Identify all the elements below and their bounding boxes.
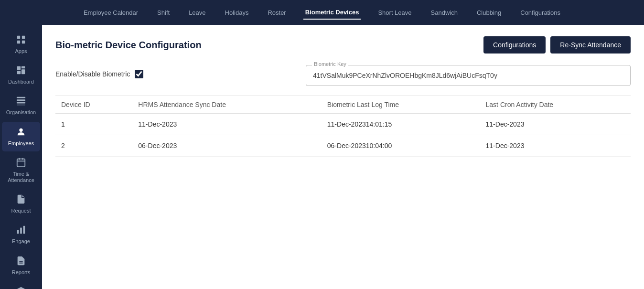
svg-rect-18: [20, 228, 22, 234]
biometric-key-wrapper: Biometric Key 41tVSalMuk9PCeXrNhZlvOROEH…: [306, 65, 631, 86]
table-cell-1: 06-Dec-2023: [132, 135, 322, 157]
main-content: Bio-metric Device Configuration Configur…: [42, 25, 644, 289]
svg-point-12: [19, 128, 22, 131]
svg-rect-4: [17, 66, 21, 70]
col-last-cron: Last Cron Activity Date: [480, 96, 631, 114]
sidebar-item-benefits[interactable]: Benefits: [2, 281, 40, 289]
top-nav-item-employee-calendar[interactable]: Employee Calendar: [82, 6, 140, 19]
sidebar-item-label-apps: Apps: [15, 48, 27, 54]
col-device-id: Device ID: [55, 96, 132, 114]
biometric-key-value: 41tVSalMuk9PCeXrNhZlvOROEHbgKm8JLd6wjAiB…: [313, 72, 497, 79]
top-navigation: Employee CalendarShiftLeaveHolidaysRoste…: [0, 0, 644, 25]
time-attendance-icon: [16, 157, 26, 169]
table-cell-2: 11-Dec-202314:01:15: [322, 114, 480, 135]
enable-disable-section: Enable/Disable Biometric: [55, 65, 143, 78]
svg-rect-2: [17, 41, 20, 43]
page-title: Bio-metric Device Configuration: [55, 40, 202, 51]
device-table: Device ID HRMS Attendance Sync Date Biom…: [55, 96, 631, 157]
enable-disable-checkbox[interactable]: [135, 70, 143, 78]
top-nav-item-biometric-devices[interactable]: Biometric Devices: [303, 6, 361, 20]
sidebar-item-reports[interactable]: Reports: [2, 251, 40, 280]
svg-rect-7: [21, 69, 25, 74]
table-body: 111-Dec-202311-Dec-202314:01:1511-Dec-20…: [55, 114, 631, 157]
svg-rect-1: [22, 36, 25, 39]
table-cell-0: 2: [55, 135, 132, 157]
sidebar-item-apps[interactable]: Apps: [2, 30, 40, 59]
table-row: 206-Dec-202306-Dec-202310:04:0011-Dec-20…: [55, 135, 631, 157]
svg-rect-3: [22, 41, 25, 43]
biometric-key-label: Biometric Key: [312, 61, 348, 67]
engage-icon: [16, 225, 26, 236]
svg-rect-11: [17, 105, 25, 106]
biometric-key-section: Biometric Key 41tVSalMuk9PCeXrNhZlvOROEH…: [306, 65, 631, 86]
sidebar-item-label-time-attendance: Time & Attendance: [4, 171, 38, 183]
table-cell-1: 11-Dec-2023: [132, 114, 322, 135]
request-icon: [16, 194, 26, 206]
top-nav-item-configurations[interactable]: Configurations: [518, 6, 562, 19]
sidebar: AppsDashboardOrganisationEmployeesTime &…: [0, 25, 42, 289]
sidebar-item-time-attendance[interactable]: Time & Attendance: [2, 152, 40, 188]
table-cell-2: 06-Dec-202310:04:00: [322, 135, 480, 157]
svg-rect-19: [23, 226, 25, 234]
sidebar-item-employees[interactable]: Employees: [2, 122, 40, 151]
apps-icon: [16, 34, 26, 46]
employees-icon: [16, 127, 26, 139]
sidebar-item-dashboard[interactable]: Dashboard: [2, 60, 40, 90]
sidebar-item-label-dashboard: Dashboard: [8, 79, 34, 85]
table-cell-0: 1: [55, 114, 132, 135]
organisation-icon: [16, 96, 26, 107]
top-nav-item-shift[interactable]: Shift: [155, 6, 172, 19]
table-header: Device ID HRMS Attendance Sync Date Biom…: [55, 96, 631, 114]
sidebar-item-label-engage: Engage: [12, 238, 30, 245]
sidebar-item-request[interactable]: Request: [2, 189, 40, 219]
top-nav-item-sandwich[interactable]: Sandwich: [429, 6, 460, 19]
svg-rect-8: [17, 97, 25, 98]
svg-rect-6: [17, 71, 21, 74]
top-nav-item-roster[interactable]: Roster: [266, 6, 288, 19]
col-hrms-date: HRMS Attendance Sync Date: [132, 96, 322, 114]
top-nav-item-holidays[interactable]: Holidays: [223, 6, 251, 19]
resync-attendance-button[interactable]: Re-Sync Attendance: [550, 36, 631, 54]
svg-rect-0: [17, 36, 20, 39]
svg-rect-9: [17, 100, 25, 101]
sidebar-item-label-employees: Employees: [8, 140, 34, 147]
table-cell-3: 11-Dec-2023: [480, 135, 631, 157]
sidebar-item-engage[interactable]: Engage: [2, 220, 40, 249]
svg-rect-5: [21, 66, 25, 69]
dashboard-icon: [16, 65, 26, 77]
sidebar-item-label-organisation: Organisation: [6, 109, 36, 116]
benefits-icon: [16, 286, 26, 289]
top-nav-item-leave[interactable]: Leave: [187, 6, 207, 19]
svg-rect-13: [17, 159, 25, 167]
header-buttons: Configurations Re-Sync Attendance: [483, 36, 631, 54]
top-nav-item-short-leave[interactable]: Short Leave: [376, 6, 413, 19]
enable-disable-label: Enable/Disable Biometric: [55, 70, 130, 78]
table-cell-3: 11-Dec-2023: [480, 114, 631, 135]
top-nav-item-clubbing[interactable]: Clubbing: [475, 6, 503, 19]
sidebar-item-label-reports: Reports: [12, 269, 31, 276]
sidebar-item-label-request: Request: [11, 208, 31, 214]
table-header-row: Device ID HRMS Attendance Sync Date Biom…: [55, 96, 631, 114]
col-last-log: Biometric Last Log Time: [322, 96, 480, 114]
svg-rect-17: [17, 230, 19, 234]
table-row: 111-Dec-202311-Dec-202314:01:1511-Dec-20…: [55, 114, 631, 135]
sidebar-item-organisation[interactable]: Organisation: [2, 91, 40, 120]
configurations-button[interactable]: Configurations: [483, 36, 546, 54]
reports-icon: [16, 256, 26, 268]
svg-rect-10: [17, 102, 25, 104]
top-section: Enable/Disable Biometric Biometric Key 4…: [55, 65, 631, 86]
page-header: Bio-metric Device Configuration Configur…: [55, 36, 631, 54]
